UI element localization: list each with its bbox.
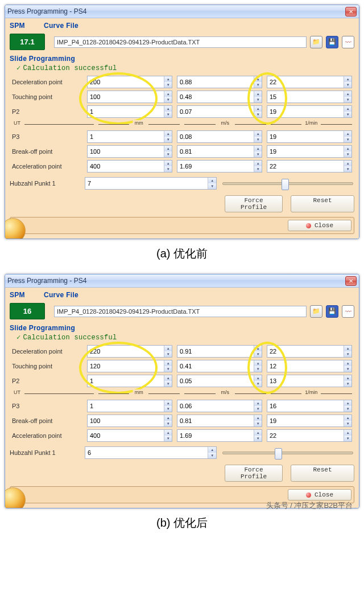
save-file-button[interactable]: 💾 bbox=[326, 36, 338, 48]
unit-mm: mm bbox=[133, 389, 145, 395]
accel-imin-input[interactable]: ▲▼ bbox=[267, 160, 352, 173]
decel-mm-input[interactable]: ▲▼ bbox=[87, 345, 172, 358]
hubzahl-slider[interactable] bbox=[221, 182, 354, 185]
reset-button[interactable]: Reset bbox=[291, 465, 354, 482]
calc-status: ✓ Calculation successful bbox=[16, 333, 354, 342]
break-imin-input[interactable]: ▲▼ bbox=[267, 145, 352, 158]
p2-ms-input[interactable]: ▲▼ bbox=[177, 375, 262, 387]
accel-ms-input[interactable]: ▲▼ bbox=[177, 160, 262, 173]
check-icon: ✓ bbox=[16, 64, 21, 72]
touch-row: Touching point ▲▼ ▲▼ ▲▼ bbox=[12, 91, 352, 103]
client-area: SPM Curve File 17.1 IMP_P4_0128-20180429… bbox=[5, 18, 359, 239]
p2-mm-input[interactable]: ▲▼ bbox=[87, 105, 172, 118]
open-file-button[interactable]: 📁 bbox=[310, 36, 322, 48]
accel-mm-input[interactable]: ▲▼ bbox=[87, 429, 172, 442]
accel-label: Acceleration point bbox=[12, 163, 82, 170]
p3-imin-input[interactable]: ▲▼ bbox=[267, 130, 352, 143]
decel-imin-input[interactable]: ▲▼ bbox=[267, 345, 352, 358]
force-profile-button[interactable]: Force Profile bbox=[225, 465, 283, 482]
touch-mm-input[interactable]: ▲▼ bbox=[87, 91, 172, 103]
save-file-button[interactable]: 💾 bbox=[326, 305, 338, 318]
accel-ms-input[interactable]: ▲▼ bbox=[177, 429, 262, 442]
accel-label: Acceleration point bbox=[12, 432, 82, 439]
touch-imin-input[interactable]: ▲▼ bbox=[267, 91, 352, 103]
p3-ms-input[interactable]: ▲▼ bbox=[177, 130, 262, 143]
unit-bar: UT mm m/s 1/min bbox=[12, 120, 352, 128]
unit-bar: UT mm m/s 1/min bbox=[12, 389, 352, 397]
caption-a: (a) 优化前 bbox=[0, 241, 364, 269]
touch-mm-input[interactable]: ▲▼ bbox=[87, 360, 172, 372]
titlebar: Press Programming - PS4 ✕ bbox=[5, 5, 359, 18]
param-area: Deceleration point ▲▼ ▲▼ ▲▼ Touching poi… bbox=[10, 76, 354, 173]
curve-view-button[interactable]: 〰 bbox=[342, 305, 354, 318]
force-profile-button[interactable]: Force Profile bbox=[225, 195, 283, 212]
curve-view-button[interactable]: 〰 bbox=[342, 36, 354, 48]
press-programming-window-a: Press Programming - PS4 ✕ SPM Curve File… bbox=[5, 5, 359, 239]
touch-ms-input[interactable]: ▲▼ bbox=[177, 360, 262, 372]
p3-mm-input[interactable]: ▲▼ bbox=[87, 130, 172, 143]
slider-thumb[interactable] bbox=[275, 448, 282, 459]
break-ms-input[interactable]: ▲▼ bbox=[177, 145, 262, 158]
p2-label: P2 bbox=[12, 378, 82, 384]
slide-programming-title: Slide Programming bbox=[10, 324, 354, 332]
hubzahl-input[interactable]: ▲▼ bbox=[85, 177, 217, 190]
window-close-button[interactable]: ✕ bbox=[345, 7, 357, 17]
touch-imin-input[interactable]: ▲▼ bbox=[267, 360, 352, 372]
p3-row: P3 ▲▼ ▲▼ ▲▼ bbox=[12, 130, 352, 143]
close-button[interactable]: Close bbox=[288, 220, 351, 231]
break-imin-input[interactable]: ▲▼ bbox=[267, 415, 352, 427]
touch-label: Touching point bbox=[12, 93, 82, 100]
p3-label: P3 bbox=[12, 403, 82, 409]
spm-label: SPM bbox=[10, 291, 44, 299]
p3-ms-input[interactable]: ▲▼ bbox=[177, 400, 262, 412]
check-icon: ✓ bbox=[16, 333, 21, 342]
accel-mm-input[interactable]: ▲▼ bbox=[87, 160, 172, 173]
accel-row: Acceleration point ▲▼ ▲▼ ▲▼ bbox=[12, 429, 352, 442]
curve-file-label: Curve File bbox=[44, 291, 354, 299]
unit-imin: 1/min bbox=[303, 389, 319, 395]
decel-row: Deceleration point ▲▼ ▲▼ ▲▼ bbox=[12, 76, 352, 88]
window-close-button[interactable]: ✕ bbox=[345, 276, 357, 286]
p2-row: P2 ▲▼ ▲▼ ▲▼ bbox=[12, 375, 352, 387]
break-mm-input[interactable]: ▲▼ bbox=[87, 415, 172, 427]
curve-file-field[interactable]: IMP_P4_0128-20180429-094129-ProductData.… bbox=[54, 306, 307, 317]
client-area: SPM Curve File 16 IMP_P4_0128-20180429-0… bbox=[5, 288, 359, 508]
p3-mm-input[interactable]: ▲▼ bbox=[87, 400, 172, 412]
decel-mm-input[interactable]: ▲▼ bbox=[87, 76, 172, 88]
decel-label: Deceleration point bbox=[12, 348, 82, 355]
decel-imin-input[interactable]: ▲▼ bbox=[267, 76, 352, 88]
curve-file-field[interactable]: IMP_P4_0128-20180429-094129-ProductData.… bbox=[54, 36, 307, 48]
p2-mm-input[interactable]: ▲▼ bbox=[87, 375, 172, 387]
p2-ms-input[interactable]: ▲▼ bbox=[177, 105, 262, 118]
p2-imin-input[interactable]: ▲▼ bbox=[267, 105, 352, 118]
stop-icon bbox=[306, 493, 311, 498]
decel-label: Deceleration point bbox=[12, 79, 82, 85]
slide-programming-title: Slide Programming bbox=[10, 55, 354, 63]
attribution-text: 头条号 / 冲压之家B2B平台 bbox=[266, 500, 353, 511]
hubzahl-label: Hubzahl Punkt 1 bbox=[10, 449, 80, 456]
decel-ms-input[interactable]: ▲▼ bbox=[177, 345, 262, 358]
close-button[interactable]: Close bbox=[288, 489, 351, 500]
curve-file-label: Curve File bbox=[44, 22, 354, 30]
touch-ms-input[interactable]: ▲▼ bbox=[177, 91, 262, 103]
unit-mm: mm bbox=[133, 120, 145, 126]
open-file-button[interactable]: 📁 bbox=[310, 305, 322, 318]
break-ms-input[interactable]: ▲▼ bbox=[177, 415, 262, 427]
break-mm-input[interactable]: ▲▼ bbox=[87, 145, 172, 158]
break-row: Break-off point ▲▼ ▲▼ ▲▼ bbox=[12, 415, 352, 427]
reset-button[interactable]: Reset bbox=[291, 195, 354, 212]
p2-imin-input[interactable]: ▲▼ bbox=[267, 375, 352, 387]
p3-row: P3 ▲▼ ▲▼ ▲▼ bbox=[12, 400, 352, 412]
decel-ms-input[interactable]: ▲▼ bbox=[177, 76, 262, 88]
p3-label: P3 bbox=[12, 133, 82, 140]
spm-value-box: 17.1 bbox=[10, 34, 45, 50]
param-area: Deceleration point ▲▼ ▲▼ ▲▼ Touching poi… bbox=[10, 345, 354, 442]
p3-imin-input[interactable]: ▲▼ bbox=[267, 400, 352, 412]
stop-icon bbox=[306, 223, 311, 228]
slider-thumb[interactable] bbox=[282, 179, 289, 190]
hubzahl-slider[interactable] bbox=[221, 452, 354, 454]
accel-imin-input[interactable]: ▲▼ bbox=[267, 429, 352, 442]
hubzahl-input[interactable]: ▲▼ bbox=[85, 446, 217, 459]
decel-row: Deceleration point ▲▼ ▲▼ ▲▼ bbox=[12, 345, 352, 358]
p2-row: P2 ▲▼ ▲▼ ▲▼ bbox=[12, 105, 352, 118]
